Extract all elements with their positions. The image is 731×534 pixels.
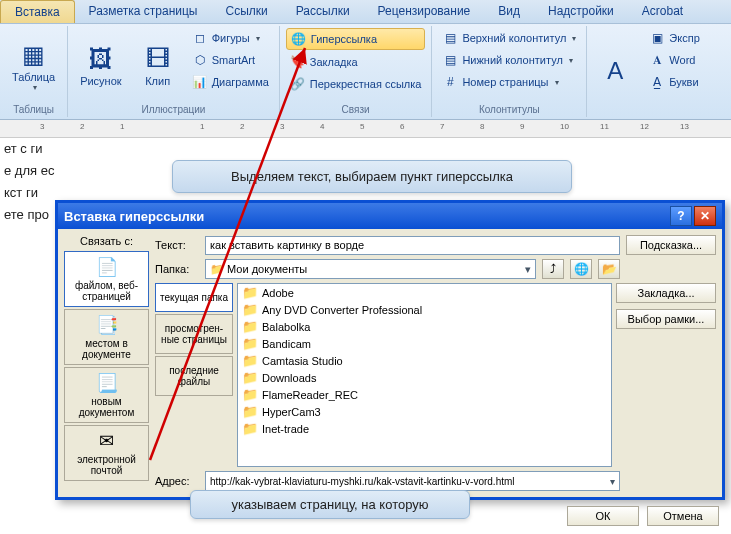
list-item[interactable]: 📁Any DVD Converter Professional bbox=[238, 301, 611, 318]
textbox-button[interactable]: A bbox=[593, 28, 637, 113]
clipart-label: Клип bbox=[145, 75, 170, 87]
doc-line: е для ес bbox=[4, 160, 70, 182]
ribbon-tabs: Вставка Разметка страницы Ссылки Рассылк… bbox=[0, 0, 731, 24]
address-label: Адрес: bbox=[155, 475, 199, 487]
bookmark-button[interactable]: 🔖Закладка bbox=[286, 52, 426, 72]
folder-icon: 📁 bbox=[242, 336, 258, 351]
folder-icon: 📁 bbox=[242, 421, 258, 436]
right-buttons: Закладка... Выбор рамки... bbox=[616, 283, 716, 467]
folder-icon: 📁 bbox=[242, 370, 258, 385]
link-to-file[interactable]: 📄файлом, веб-страницей bbox=[64, 251, 149, 307]
link-to-label: Связать с: bbox=[64, 235, 149, 247]
tab-insert[interactable]: Вставка bbox=[0, 0, 75, 23]
tab-acrobat[interactable]: Acrobat bbox=[628, 0, 697, 23]
dropcap-button[interactable]: A̲Букви bbox=[645, 72, 703, 92]
smartart-button[interactable]: ⬡SmartArt bbox=[188, 50, 273, 70]
link-to-place-label: местом в документе bbox=[67, 338, 146, 360]
tab-addins[interactable]: Надстройки bbox=[534, 0, 628, 23]
up-folder-button[interactable]: ⤴ bbox=[542, 259, 564, 279]
folder-label: Папка: bbox=[155, 263, 199, 275]
file-name: Downloads bbox=[262, 372, 316, 384]
browse-web-button[interactable]: 🌐 bbox=[570, 259, 592, 279]
group-tables: ▦ Таблица Таблицы bbox=[0, 26, 68, 117]
recent-files-button[interactable]: последние файлы bbox=[155, 356, 233, 396]
list-item[interactable]: 📁Bandicam bbox=[238, 335, 611, 352]
footer-button[interactable]: ▤Нижний колонтитул bbox=[438, 50, 580, 70]
cancel-button[interactable]: Отмена bbox=[647, 506, 719, 526]
clipart-button[interactable]: 🎞 Клип bbox=[136, 28, 180, 102]
list-item[interactable]: 📁HyperCam3 bbox=[238, 403, 611, 420]
file-name: Balabolka bbox=[262, 321, 310, 333]
callout-select-text: Выделяем текст, выбираем пункт гиперссыл… bbox=[172, 160, 572, 193]
shapes-button[interactable]: ◻Фигуры bbox=[188, 28, 273, 48]
ok-button[interactable]: ОК bbox=[567, 506, 639, 526]
chart-label: Диаграмма bbox=[212, 76, 269, 88]
folder-dropdown[interactable]: 📁 Мои документы bbox=[205, 259, 536, 279]
wordart-button[interactable]: 𝐀Word bbox=[645, 50, 703, 70]
dropcap-label: Букви bbox=[669, 76, 698, 88]
tab-layout[interactable]: Разметка страницы bbox=[75, 0, 212, 23]
pagenum-button[interactable]: #Номер страницы bbox=[438, 72, 580, 92]
screentip-button[interactable]: Подсказка... bbox=[626, 235, 716, 255]
display-text-input[interactable] bbox=[205, 236, 620, 255]
group-text-label bbox=[593, 113, 703, 115]
list-item[interactable]: 📁Balabolka bbox=[238, 318, 611, 335]
browsed-pages-button[interactable]: просмотрен- ные страницы bbox=[155, 314, 233, 354]
list-item[interactable]: 📁Downloads bbox=[238, 369, 611, 386]
table-button[interactable]: ▦ Таблица bbox=[6, 28, 61, 102]
list-item[interactable]: 📁Camtasia Studio bbox=[238, 352, 611, 369]
wordart-icon: 𝐀 bbox=[649, 52, 665, 68]
header-button[interactable]: ▤Верхний колонтитул bbox=[438, 28, 580, 48]
group-tables-label: Таблицы bbox=[6, 102, 61, 115]
group-illustrations: 🖼 Рисунок 🎞 Клип ◻Фигуры ⬡SmartArt 📊Диаг… bbox=[68, 26, 280, 117]
chart-button[interactable]: 📊Диаграмма bbox=[188, 72, 273, 92]
ruler: 321 123 456 789 101112 13 bbox=[0, 120, 731, 138]
link-to-email[interactable]: ✉электронной почтой bbox=[64, 425, 149, 481]
tab-mailings[interactable]: Рассылки bbox=[282, 0, 364, 23]
doc-line: ет с ги bbox=[4, 138, 70, 160]
dialog-titlebar[interactable]: Вставка гиперссылки ? ✕ bbox=[58, 203, 722, 229]
address-value: http://kak-vybrat-klaviaturu-myshki.ru/k… bbox=[210, 476, 515, 487]
crossref-icon: 🔗 bbox=[290, 76, 306, 92]
crossref-button[interactable]: 🔗Перекрестная ссылка bbox=[286, 74, 426, 94]
tab-references[interactable]: Ссылки bbox=[211, 0, 281, 23]
tab-review[interactable]: Рецензирование bbox=[364, 0, 485, 23]
wordart-label: Word bbox=[669, 54, 695, 66]
hyperlink-button[interactable]: 🌐Гиперссылка bbox=[286, 28, 426, 50]
link-to-newdoc[interactable]: 📃новым документом bbox=[64, 367, 149, 423]
list-item[interactable]: 📁FlameReader_REC bbox=[238, 386, 611, 403]
insert-hyperlink-dialog: Вставка гиперссылки ? ✕ Связать с: 📄файл… bbox=[55, 200, 725, 500]
quickparts-button[interactable]: ▣Экспр bbox=[645, 28, 703, 48]
list-item[interactable]: 📁Inet-trade bbox=[238, 420, 611, 437]
view-column: текущая папка просмотрен- ные страницы п… bbox=[155, 283, 233, 467]
list-item[interactable]: 📁Adobe bbox=[238, 284, 611, 301]
clipart-icon: 🎞 bbox=[142, 43, 174, 75]
crossref-label: Перекрестная ссылка bbox=[310, 78, 422, 90]
tab-view[interactable]: Вид bbox=[484, 0, 534, 23]
file-name: HyperCam3 bbox=[262, 406, 321, 418]
bookmark-icon: 🔖 bbox=[290, 54, 306, 70]
pagenum-icon: # bbox=[442, 74, 458, 90]
link-to-place[interactable]: 📑местом в документе bbox=[64, 309, 149, 365]
browse-file-button[interactable]: 📂 bbox=[598, 259, 620, 279]
help-button[interactable]: ? bbox=[670, 206, 692, 226]
file-name: Camtasia Studio bbox=[262, 355, 343, 367]
footer-icon: ▤ bbox=[442, 52, 458, 68]
footer-label: Нижний колонтитул bbox=[462, 54, 562, 66]
ribbon-body: ▦ Таблица Таблицы 🖼 Рисунок 🎞 Клип ◻Фигу… bbox=[0, 24, 731, 120]
target-frame-button[interactable]: Выбор рамки... bbox=[616, 309, 716, 329]
bookmark-dialog-button[interactable]: Закладка... bbox=[616, 283, 716, 303]
text-label: Текст: bbox=[155, 239, 199, 251]
group-links: 🌐Гиперссылка 🔖Закладка 🔗Перекрестная ссы… bbox=[280, 26, 433, 117]
group-links-label: Связи bbox=[286, 102, 426, 115]
globe-icon: 🌐 bbox=[291, 31, 307, 47]
quickparts-icon: ▣ bbox=[649, 30, 665, 46]
close-button[interactable]: ✕ bbox=[694, 206, 716, 226]
picture-button[interactable]: 🖼 Рисунок bbox=[74, 28, 128, 102]
folder-icon: 📁 bbox=[242, 319, 258, 334]
file-list[interactable]: 📁Adobe 📁Any DVD Converter Professional 📁… bbox=[237, 283, 612, 467]
table-label: Таблица bbox=[12, 71, 55, 83]
dialog-title: Вставка гиперссылки bbox=[64, 209, 204, 224]
current-folder-button[interactable]: текущая папка bbox=[155, 283, 233, 312]
address-input[interactable]: http://kak-vybrat-klaviaturu-myshki.ru/k… bbox=[205, 471, 620, 491]
